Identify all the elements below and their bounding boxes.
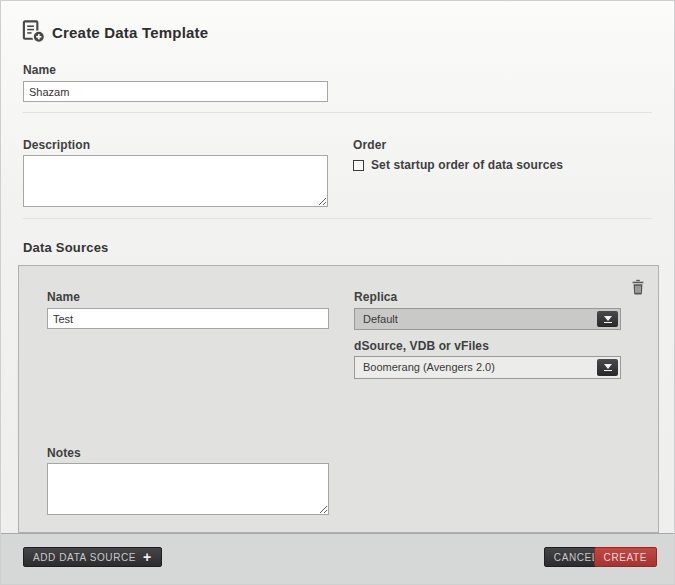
notes-textarea[interactable] bbox=[47, 463, 329, 515]
startup-order-checkbox[interactable] bbox=[353, 160, 364, 171]
document-plus-icon bbox=[21, 19, 46, 48]
notes-label: Notes bbox=[47, 446, 81, 460]
divider bbox=[23, 218, 652, 219]
divider bbox=[23, 112, 652, 113]
plus-icon: + bbox=[143, 550, 152, 564]
create-data-template-dialog: Create Data Template Name Description Or… bbox=[0, 0, 675, 585]
order-label: Order bbox=[353, 138, 386, 152]
data-sources-heading: Data Sources bbox=[23, 240, 109, 255]
description-textarea[interactable] bbox=[23, 155, 328, 207]
startup-order-checkbox-label: Set startup order of data sources bbox=[371, 158, 563, 172]
name-input[interactable] bbox=[23, 81, 328, 102]
add-data-source-label: ADD DATA SOURCE bbox=[33, 552, 136, 563]
source-name-label: Name bbox=[47, 290, 80, 304]
data-source-panel: Name Replica Default dSource, VDB or vFi… bbox=[18, 265, 659, 533]
cancel-button-label: CANCEL bbox=[554, 552, 598, 563]
dsource-select[interactable]: Boomerang (Avengers 2.0) bbox=[354, 356, 621, 379]
name-label: Name bbox=[23, 63, 56, 77]
create-button[interactable]: CREATE bbox=[594, 547, 657, 567]
chevron-down-icon bbox=[597, 311, 618, 327]
dsource-label: dSource, VDB or vFiles bbox=[354, 339, 489, 353]
page-title: Create Data Template bbox=[52, 24, 208, 41]
trash-icon[interactable] bbox=[631, 279, 645, 299]
dsource-selected-value: Boomerang (Avengers 2.0) bbox=[363, 361, 495, 373]
description-label: Description bbox=[23, 138, 90, 152]
chevron-down-icon bbox=[597, 359, 618, 376]
source-name-input[interactable] bbox=[47, 308, 329, 329]
replica-label: Replica bbox=[354, 290, 397, 304]
replica-select[interactable]: Default bbox=[354, 308, 621, 330]
footer-bar: ADD DATA SOURCE + CANCEL CREATE bbox=[1, 533, 674, 584]
replica-selected-value: Default bbox=[363, 313, 398, 325]
create-button-label: CREATE bbox=[604, 552, 647, 563]
add-data-source-button[interactable]: ADD DATA SOURCE + bbox=[23, 547, 162, 567]
